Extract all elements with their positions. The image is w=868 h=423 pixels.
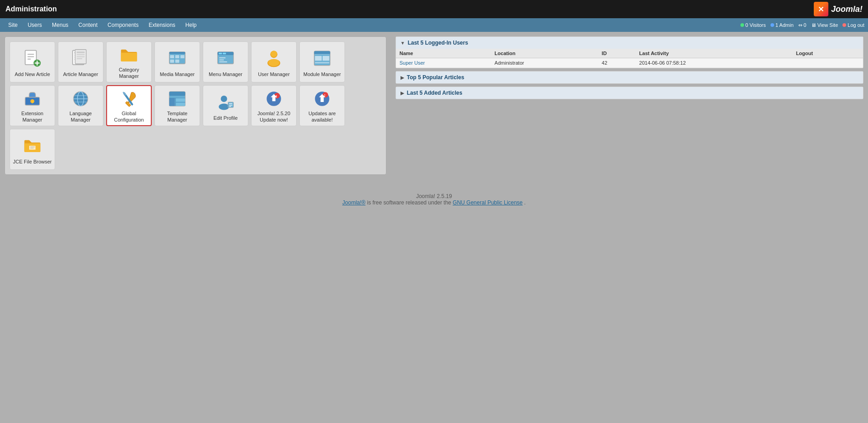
joomla-update-button[interactable]: ! Joomla! 2.5.20 Update now! — [251, 85, 297, 126]
template-manager-label: Template Manager — [157, 110, 198, 123]
svg-rect-13 — [77, 51, 85, 53]
popular-articles-header[interactable]: ▶ Top 5 Popular Articles — [396, 71, 863, 83]
footer-license-text: Joomla!® is free software released under… — [9, 199, 859, 206]
nav-menus[interactable]: Menus — [47, 20, 73, 30]
admin-count: 1 Admin — [776, 22, 794, 28]
category-manager-button[interactable]: Category Manager — [106, 41, 152, 82]
pipe-count: 0 — [804, 22, 806, 28]
nav-content[interactable]: Content — [74, 20, 102, 30]
article-manager-button[interactable]: Article Manager — [58, 41, 103, 82]
user-manager-icon — [263, 47, 285, 69]
svg-rect-73 — [29, 146, 36, 150]
footer-period: . — [524, 199, 525, 206]
navbar: Site Users Menus Content Components Exte… — [0, 18, 868, 32]
admin-title: Administration — [5, 5, 57, 13]
svg-rect-28 — [219, 57, 226, 58]
updates-available-icon: ! — [311, 89, 333, 108]
svg-text:!: ! — [276, 94, 277, 98]
user-id: 42 — [598, 58, 636, 68]
added-articles-header[interactable]: ▶ Last 5 Added Articles — [396, 87, 863, 99]
category-manager-label: Category Manager — [108, 66, 149, 80]
media-manager-icon — [166, 47, 188, 69]
joomla-brand-link[interactable]: Joomla!® — [342, 199, 365, 206]
col-name: Name — [396, 49, 491, 58]
template-manager-button[interactable]: Template Manager — [154, 85, 200, 126]
jce-file-browser-button[interactable]: JCE File Browser — [10, 129, 55, 170]
visitors-indicator: 0 Visitors — [740, 22, 766, 28]
topbar: Administration ✕ Joomla! — [0, 0, 868, 18]
svg-rect-56 — [176, 102, 185, 106]
svg-rect-16 — [77, 58, 82, 59]
col-last-activity: Last Activity — [636, 49, 792, 58]
svg-rect-22 — [170, 59, 174, 62]
media-manager-button[interactable]: Media Manager — [154, 41, 200, 82]
nav-left: Site Users Menus Content Components Exte… — [4, 20, 201, 30]
table-row: Super User Administrator 42 2014-06-06 0… — [396, 58, 863, 68]
menu-manager-label: Menu Manager — [209, 71, 242, 77]
svg-rect-15 — [77, 56, 85, 57]
logged-users-table: Name Location ID Last Activity Logout Su… — [396, 49, 863, 68]
logged-users-arrow: ▼ — [401, 41, 405, 46]
nav-site[interactable]: Site — [4, 20, 22, 30]
svg-rect-19 — [170, 55, 174, 58]
menu-manager-button[interactable]: Menu Manager — [203, 41, 248, 82]
right-panel: ▼ Last 5 Logged-In Users Name Location I… — [395, 36, 863, 102]
svg-rect-27 — [223, 53, 226, 55]
user-manager-button[interactable]: User Manager — [251, 41, 297, 82]
user-name-link[interactable]: Super User — [400, 60, 425, 66]
global-configuration-button[interactable]: Global Configuration — [106, 85, 152, 126]
logged-users-section: ▼ Last 5 Logged-In Users Name Location I… — [395, 36, 863, 68]
module-manager-icon — [311, 47, 333, 69]
visitors-dot — [740, 23, 744, 27]
col-location: Location — [491, 49, 598, 58]
svg-rect-54 — [169, 98, 175, 106]
extension-manager-label: Extension Manager — [12, 110, 53, 123]
module-manager-button[interactable]: Module Manager — [299, 41, 345, 82]
icon-grid-row3: JCE File Browser — [10, 129, 381, 170]
media-manager-label: Media Manager — [160, 71, 195, 77]
svg-rect-26 — [219, 53, 222, 55]
edit-profile-button[interactable]: Edit Profile — [203, 85, 248, 126]
add-new-article-label: Add New Article — [15, 71, 50, 77]
logout-dot — [842, 23, 846, 27]
admin-dot — [770, 23, 774, 27]
jce-file-browser-icon — [21, 135, 43, 157]
joomla-update-label: Joomla! 2.5.20 Update now! — [253, 110, 294, 123]
col-id: ID — [598, 49, 636, 58]
visitors-count: 0 Visitors — [745, 22, 766, 28]
nav-users[interactable]: Users — [23, 20, 46, 30]
user-location: Administrator — [491, 58, 598, 68]
svg-rect-30 — [219, 61, 227, 62]
nav-right: 0 Visitors 1 Admin ⇔ 0 🖥 View Site Log o… — [740, 22, 864, 28]
article-manager-label: Article Manager — [63, 71, 98, 77]
extension-manager-icon: ⚡ — [21, 89, 43, 108]
svg-point-34 — [268, 59, 280, 66]
pipe-icon: ⇔ — [798, 22, 802, 28]
svg-rect-39 — [315, 62, 329, 64]
nav-help[interactable]: Help — [181, 20, 201, 30]
menu-manager-icon — [215, 47, 236, 69]
add-new-article-icon — [21, 47, 43, 69]
view-site-label: View Site — [817, 22, 838, 28]
svg-rect-38 — [323, 56, 329, 61]
monitor-icon: 🖥 — [811, 22, 816, 28]
add-new-article-button[interactable]: Add New Article — [10, 41, 55, 82]
logged-users-title: Last 5 Logged-In Users — [408, 40, 468, 46]
svg-line-51 — [123, 92, 126, 95]
col-logout: Logout — [792, 49, 863, 58]
logged-users-header[interactable]: ▼ Last 5 Logged-In Users — [396, 37, 863, 49]
updates-available-button[interactable]: ! Updates are available! — [299, 85, 345, 126]
footer: Joomla! 2.5.19 Joomla!® is free software… — [0, 184, 868, 215]
joomla-update-icon: ! — [263, 89, 285, 108]
view-site-link[interactable]: 🖥 View Site — [811, 22, 838, 28]
extension-manager-button[interactable]: ⚡ Extension Manager — [10, 85, 55, 126]
gpl-link[interactable]: GNU General Public License — [453, 199, 523, 206]
svg-rect-18 — [169, 52, 185, 54]
nav-components[interactable]: Components — [103, 20, 143, 30]
logout-link[interactable]: Log out — [842, 22, 864, 28]
nav-extensions[interactable]: Extensions — [144, 20, 180, 30]
language-manager-button[interactable]: Language Manager — [58, 85, 103, 126]
admin-indicator: 1 Admin — [770, 22, 794, 28]
svg-point-33 — [271, 51, 277, 57]
footer-version: Joomla! 2.5.19 — [9, 193, 859, 199]
